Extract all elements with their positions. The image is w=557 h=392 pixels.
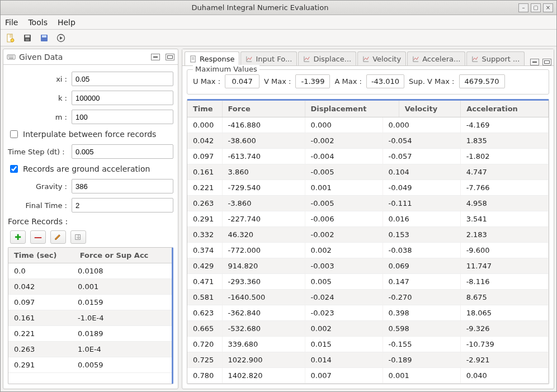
th-force[interactable]: Force [222,101,305,117]
xi-input[interactable] [72,72,173,86]
table-row[interactable]: 0.000-416.8800.0000.000-4.169 [187,117,549,133]
ground-checkbox[interactable] [10,165,18,173]
cell-time: 0.665 [187,321,222,337]
svmax-value: 4679.570 [459,74,505,88]
table-row[interactable]: 0.471-293.3600.0050.147-8.116 [187,274,549,290]
window-close-button[interactable]: × [543,3,553,12]
cell-force: 46.320 [222,227,305,243]
cell-time: 0.263 [8,342,72,357]
vmax-value: -1.399 [295,74,330,88]
table-row[interactable]: 0.7251022.9000.014-0.189-2.921 [187,352,549,368]
results-minimize-button[interactable] [530,59,539,65]
table-row[interactable]: 0.2631.0E-4 [8,342,172,357]
new-file-button[interactable] [5,32,16,44]
tab-displacement[interactable]: Displace... [298,51,356,65]
cell-time: 0.374 [187,243,222,258]
cell-time: 0.161 [187,164,222,180]
interpolate-row[interactable]: Interpulate between force records [3,126,178,142]
m-input[interactable] [72,110,173,124]
table-row[interactable]: 0.665-532.6800.0020.598-9.326 [187,321,549,337]
table-row[interactable]: 0.1613.860-0.0050.1044.747 [187,164,549,180]
th-time[interactable]: Time [187,101,222,117]
cell-acceleration: 4.958 [460,196,548,211]
cell-velocity: 0.398 [383,305,460,321]
cell-displacement: -0.005 [305,164,383,180]
table-row[interactable]: 0.221-729.5400.001-0.049-7.766 [187,180,549,196]
cell-acceleration: 4.747 [460,164,548,180]
tab-response[interactable]: Response [185,51,239,65]
cell-acceleration: -8.116 [460,274,548,290]
table-row[interactable]: 0.00.0108 [8,263,172,279]
menu-help[interactable]: Help [58,18,75,27]
cell-acceleration: 0.040 [460,368,548,384]
edit-record-button[interactable] [50,230,66,244]
svg-rect-4 [26,39,29,41]
tab-support[interactable]: Support ... [466,51,525,65]
table-row[interactable]: 0.2910.0059 [8,357,172,373]
open-button[interactable] [39,32,50,44]
cell-time: 0.221 [8,326,72,342]
tab-acceleration[interactable]: Accelera... [407,51,465,65]
table-row[interactable]: 0.720339.6800.015-0.155-10.739 [187,337,549,352]
table-row[interactable]: 0.623-362.840-0.0230.39818.065 [187,305,549,321]
window-minimize-button[interactable]: – [518,3,528,12]
table-row[interactable]: 0.097-613.740-0.004-0.057-1.802 [187,149,549,164]
table-row[interactable]: 0.161-1.0E-4 [8,310,172,326]
records-th-time[interactable]: Time (sec) [8,248,74,263]
add-record-button[interactable]: ✚ [10,230,26,244]
cell-velocity: 0.598 [383,321,460,337]
dt-input[interactable] [72,144,173,159]
table-row[interactable]: 0.263-3.860-0.005-0.1114.958 [187,196,549,211]
vmax-label: V Max : [264,77,291,86]
run-button[interactable] [55,32,67,44]
table-row[interactable]: 0.2210.0189 [8,326,172,342]
panel-maximize-button[interactable] [166,54,174,60]
cell-force: 0.0159 [72,295,172,310]
records-th-force[interactable]: Force or Sup Acc [74,248,172,263]
remove-record-button[interactable]: — [30,230,46,244]
response-table-wrap: Time Force Displacement Velocity Acceler… [187,99,549,384]
table-row[interactable]: 0.429914.820-0.0030.06911.747 [187,258,549,274]
import-record-button[interactable] [70,230,86,244]
save-button[interactable] [22,32,33,44]
cell-displacement: 0.002 [305,321,383,337]
tab-input-force[interactable]: Input Fo... [240,51,297,65]
table-row[interactable]: 0.0420.001 [8,279,172,295]
cell-velocity: -0.189 [383,352,460,368]
table-row[interactable]: 0.374-772.0000.002-0.038-9.600 [187,243,549,258]
results-panel: Response Input Fo... Displace... Velocit… [182,49,554,389]
final-input[interactable] [72,198,173,212]
cell-displacement: -0.006 [305,211,383,227]
th-velocity[interactable]: Velocity [399,101,461,117]
cell-force: -38.600 [222,133,305,149]
results-maximize-button[interactable] [542,59,551,65]
chart-icon [362,55,370,63]
cell-time: 0.263 [187,196,222,211]
gravity-input[interactable] [72,179,173,193]
table-row[interactable]: 0.33246.320-0.0020.1532.183 [187,227,549,243]
menubar: File Tools Help [1,15,556,30]
chart-icon [412,55,419,63]
th-acceleration[interactable]: Acceleration [461,101,549,117]
menu-file[interactable]: File [5,18,18,27]
table-row[interactable]: 0.581-1640.500-0.024-0.2708.675 [187,290,549,305]
document-icon [190,55,197,63]
tab-velocity[interactable]: Velocity [357,51,406,65]
play-icon [56,34,65,42]
th-displacement[interactable]: Displacement [305,101,399,117]
cell-acceleration: 2.183 [460,227,548,243]
table-row[interactable]: 0.7801402.8200.0070.0010.040 [187,368,549,384]
k-input[interactable] [72,91,173,105]
cell-time: 0.000 [187,117,222,133]
cell-time: 0.332 [187,227,222,243]
interpolate-checkbox[interactable] [10,130,18,138]
panel-minimize-button[interactable] [151,54,160,60]
window-maximize-button[interactable]: ▢ [531,3,541,12]
cell-force: 1022.900 [222,352,305,368]
table-row[interactable]: 0.042-38.600-0.002-0.0541.835 [187,133,549,149]
table-row[interactable]: 0.291-227.740-0.0060.0163.541 [187,211,549,227]
ground-row[interactable]: Records are ground acceleration [3,161,178,177]
table-row[interactable]: 0.0970.0159 [8,295,172,310]
gravity-row: Gravity : [3,177,178,196]
menu-tools[interactable]: Tools [28,18,48,27]
